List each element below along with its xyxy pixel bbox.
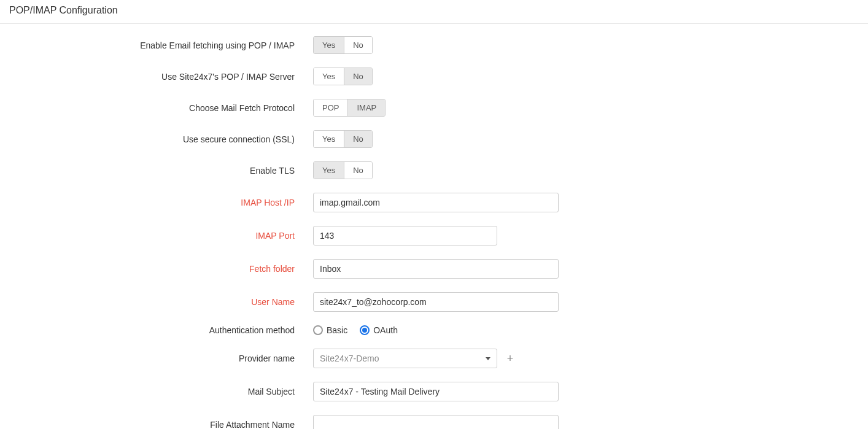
label-user-name: User Name xyxy=(0,297,313,307)
radio-auth-oauth[interactable]: OAuth xyxy=(360,325,398,335)
input-attachment[interactable] xyxy=(313,415,559,429)
toggle-mail-protocol: POP IMAP xyxy=(313,99,386,117)
label-use-server: Use Site24x7's POP / IMAP Server xyxy=(0,72,313,82)
row-enable-fetching: Enable Email fetching using POP / IMAP Y… xyxy=(0,36,868,54)
label-tls: Enable TLS xyxy=(0,166,313,176)
select-provider-value: Site24x7-Demo xyxy=(320,354,379,363)
label-provider: Provider name xyxy=(0,354,313,363)
toggle-enable-fetching-no[interactable]: No xyxy=(344,37,372,53)
page-title: POP/IMAP Configuration xyxy=(0,0,868,24)
toggle-tls: Yes No xyxy=(313,161,373,179)
radio-icon xyxy=(313,325,323,335)
radio-auth-method: Basic OAuth xyxy=(313,325,398,335)
toggle-use-server: Yes No xyxy=(313,68,373,85)
row-imap-port: IMAP Port xyxy=(0,226,868,245)
chevron-down-icon xyxy=(486,357,490,360)
label-imap-port: IMAP Port xyxy=(0,231,313,241)
toggle-enable-fetching: Yes No xyxy=(313,36,373,54)
label-attachment: File Attachment Name xyxy=(0,420,313,429)
input-imap-host[interactable] xyxy=(313,193,559,212)
row-fetch-folder: Fetch folder xyxy=(0,259,868,279)
toggle-ssl: Yes No xyxy=(313,130,373,148)
label-auth-method: Authentication method xyxy=(0,325,313,335)
toggle-tls-yes[interactable]: Yes xyxy=(314,162,344,179)
label-mail-subject: Mail Subject xyxy=(0,387,313,396)
toggle-ssl-yes[interactable]: Yes xyxy=(314,131,344,147)
row-auth-method: Authentication method Basic OAuth xyxy=(0,325,868,335)
toggle-use-server-no[interactable]: No xyxy=(344,68,372,85)
input-user-name[interactable] xyxy=(313,292,559,312)
row-use-server: Use Site24x7's POP / IMAP Server Yes No xyxy=(0,68,868,85)
radio-label-oauth: OAuth xyxy=(373,325,398,335)
row-mail-subject: Mail Subject xyxy=(0,382,868,401)
input-mail-subject[interactable] xyxy=(313,382,559,401)
radio-auth-basic[interactable]: Basic xyxy=(313,325,347,335)
row-ssl: Use secure connection (SSL) Yes No xyxy=(0,130,868,148)
radio-label-basic: Basic xyxy=(327,325,347,335)
toggle-use-server-yes[interactable]: Yes xyxy=(314,68,344,85)
label-fetch-folder: Fetch folder xyxy=(0,264,313,274)
row-tls: Enable TLS Yes No xyxy=(0,161,868,179)
input-imap-port[interactable] xyxy=(313,226,497,245)
toggle-protocol-imap[interactable]: IMAP xyxy=(347,99,385,116)
label-mail-protocol: Choose Mail Fetch Protocol xyxy=(0,103,313,113)
label-imap-host: IMAP Host /IP xyxy=(0,198,313,207)
add-provider-button[interactable]: + xyxy=(505,353,516,364)
row-user-name: User Name xyxy=(0,292,868,312)
label-ssl: Use secure connection (SSL) xyxy=(0,134,313,144)
row-attachment: File Attachment Name xyxy=(0,415,868,429)
radio-icon xyxy=(360,325,370,335)
select-provider[interactable]: Site24x7-Demo xyxy=(313,349,497,368)
toggle-protocol-pop[interactable]: POP xyxy=(314,99,347,116)
toggle-ssl-no[interactable]: No xyxy=(344,131,372,147)
label-enable-fetching: Enable Email fetching using POP / IMAP xyxy=(0,41,313,50)
row-mail-protocol: Choose Mail Fetch Protocol POP IMAP xyxy=(0,99,868,117)
toggle-tls-no[interactable]: No xyxy=(344,162,372,179)
row-imap-host: IMAP Host /IP xyxy=(0,193,868,212)
form-container: Enable Email fetching using POP / IMAP Y… xyxy=(0,24,868,429)
plus-icon: + xyxy=(507,352,514,365)
input-fetch-folder[interactable] xyxy=(313,259,559,279)
row-provider: Provider name Site24x7-Demo + xyxy=(0,349,868,368)
toggle-enable-fetching-yes[interactable]: Yes xyxy=(314,37,344,53)
